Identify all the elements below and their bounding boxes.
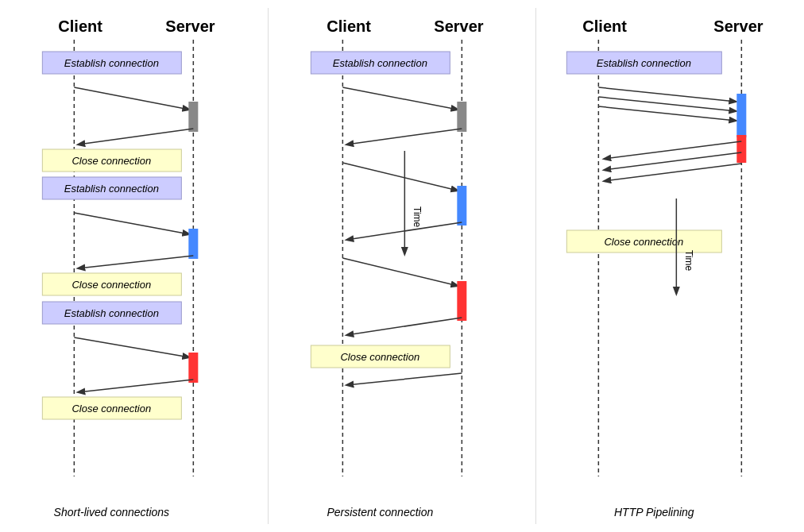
time-label-3: Time xyxy=(684,250,695,272)
server-title-2: Server xyxy=(434,17,483,35)
svg-rect-24 xyxy=(457,186,466,226)
p-establish-label: Establish connection xyxy=(332,57,427,69)
svg-line-3 xyxy=(74,87,189,110)
close-2-label: Close connection xyxy=(72,279,151,291)
establish-1-label: Establish connection xyxy=(64,57,159,69)
pl-establish-label: Establish connection xyxy=(597,57,691,69)
svg-line-41 xyxy=(605,152,742,170)
svg-line-8 xyxy=(74,213,189,234)
svg-line-22 xyxy=(346,129,462,145)
caption-1: Short-lived connections xyxy=(54,506,170,519)
svg-rect-21 xyxy=(457,102,466,132)
svg-line-5 xyxy=(78,129,193,145)
pl-close-label: Close connection xyxy=(605,236,684,248)
svg-rect-4 xyxy=(188,102,198,132)
svg-rect-27 xyxy=(457,281,466,321)
svg-rect-9 xyxy=(188,229,198,259)
svg-line-20 xyxy=(342,87,458,110)
diagram-persistent: Client Server Establish connection xyxy=(269,8,537,524)
main-container: Client Server Establish connection Close… xyxy=(0,0,804,532)
p-close-label: Close connection xyxy=(340,351,419,363)
svg-rect-39 xyxy=(737,135,747,163)
svg-line-26 xyxy=(342,258,458,286)
svg-line-13 xyxy=(74,337,189,357)
diagram-pipelining: Client Server Establish connection xyxy=(536,8,804,524)
svg-rect-14 xyxy=(188,353,198,383)
close-3-label: Close connection xyxy=(72,403,151,414)
client-title-3: Client xyxy=(583,17,628,35)
svg-line-10 xyxy=(78,256,193,268)
client-title-2: Client xyxy=(327,17,371,35)
server-title-3: Server xyxy=(714,17,763,35)
svg-line-42 xyxy=(605,164,742,181)
establish-2-label: Establish connection xyxy=(64,183,159,195)
caption-3: HTTP Pipelining xyxy=(614,506,694,519)
svg-line-15 xyxy=(78,380,193,392)
client-title-1: Client xyxy=(58,17,102,35)
time-label-2: Time xyxy=(412,206,423,228)
svg-rect-38 xyxy=(737,94,747,137)
svg-line-23 xyxy=(342,163,458,191)
close-1-label: Close connection xyxy=(72,155,151,167)
caption-2: Persistent connection xyxy=(327,506,433,519)
diagram-short-lived: Client Server Establish connection Close… xyxy=(0,8,269,524)
svg-line-28 xyxy=(346,318,462,335)
server-title-1: Server xyxy=(165,17,215,35)
establish-3-label: Establish connection xyxy=(64,307,159,319)
svg-line-40 xyxy=(605,141,742,159)
svg-line-30 xyxy=(346,373,462,385)
